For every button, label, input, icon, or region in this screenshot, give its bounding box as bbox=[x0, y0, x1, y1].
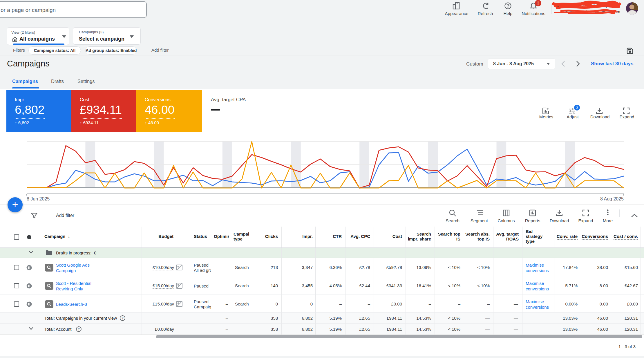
svg-text:?: ? bbox=[78, 328, 79, 331]
svg-text:?: ? bbox=[122, 317, 123, 320]
